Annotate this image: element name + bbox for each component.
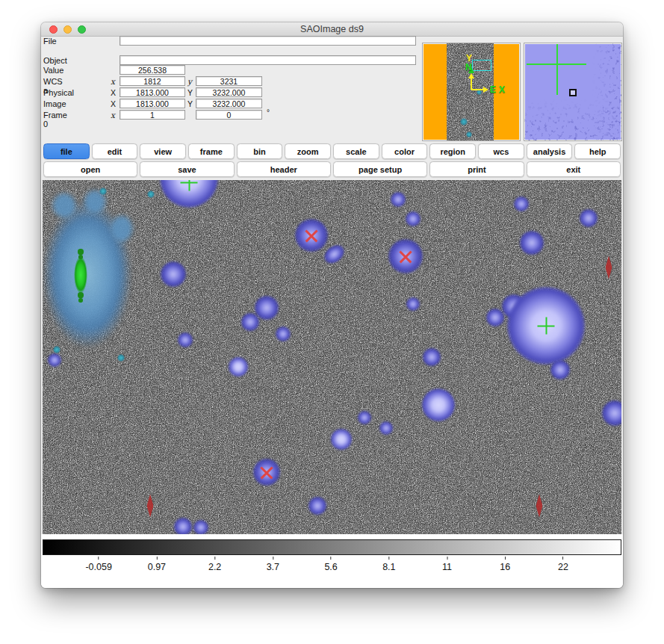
image-canvas[interactable]: [43, 180, 621, 534]
image-y-label: Y: [187, 99, 193, 108]
wcs-y-field[interactable]: [196, 76, 262, 86]
star-core-green: [74, 256, 87, 294]
wcs-x-label: x: [111, 77, 115, 86]
colorbar-area: -0.0590.972.23.75.68.1111622: [41, 534, 623, 588]
star-blob: [602, 400, 621, 426]
titlebar[interactable]: SAOImage ds9: [41, 22, 623, 37]
star-blob: [174, 518, 191, 534]
button-scale[interactable]: scale: [333, 143, 379, 159]
star-blob: [580, 209, 597, 226]
button-save[interactable]: save: [140, 161, 234, 177]
minimize-button[interactable]: [63, 25, 72, 34]
frame-zoom-field[interactable]: [120, 110, 185, 120]
colorbar-gradient[interactable]: [43, 539, 621, 555]
physical-label: Physical: [43, 88, 74, 97]
star-blob: [486, 309, 503, 326]
core-knot: [78, 292, 84, 298]
button-zoom[interactable]: zoom: [285, 143, 331, 159]
compass-x-arrow: [483, 87, 488, 93]
file-field[interactable]: [120, 36, 416, 46]
compass-y-arrow: [468, 73, 474, 78]
star-blob: [48, 353, 61, 367]
frame-label: Frame 0: [43, 111, 67, 129]
star-blob: [161, 261, 186, 287]
frame-rotate-field[interactable]: [196, 110, 262, 120]
teal-speck: [117, 354, 125, 362]
colorbar-scale: -0.0590.972.23.75.68.1111622: [43, 557, 621, 576]
panner-view-rectangle[interactable]: [472, 60, 491, 71]
colorbar-tick: 3.7: [267, 557, 279, 572]
magnifier-crosshair-h: [527, 64, 586, 65]
ds9-window: SAOImage ds9 File Object Value WCS a x y…: [41, 22, 623, 588]
physical-y-field[interactable]: [196, 87, 262, 97]
star-blob: [308, 497, 326, 514]
magnifier[interactable]: [524, 43, 622, 141]
button-file[interactable]: file: [43, 143, 90, 159]
core-knot: [78, 249, 84, 255]
colorbar-tick: 2.2: [208, 557, 221, 572]
traffic-lights: [49, 25, 86, 34]
physical-y-label: Y: [187, 88, 193, 97]
region-marker-cross[interactable]: [305, 229, 319, 243]
teal-speck: [99, 188, 107, 195]
button-exit[interactable]: exit: [527, 161, 621, 177]
button-print[interactable]: print: [429, 161, 524, 177]
halo-bump: [53, 193, 75, 217]
compass-east-label: E: [490, 85, 496, 94]
colorbar-tick: 22: [558, 557, 568, 572]
magnifier-cursor-box: [569, 89, 577, 96]
panner[interactable]: Y N E X: [422, 43, 521, 141]
button-frame[interactable]: frame: [188, 143, 235, 159]
button-region[interactable]: region: [429, 143, 476, 159]
star-blob: [422, 388, 455, 421]
colorbar-tick: 5.6: [324, 557, 337, 572]
core-knot: [78, 298, 83, 303]
star-blob: [379, 421, 393, 435]
button-bin[interactable]: bin: [237, 143, 283, 159]
star-blob: [423, 348, 440, 365]
physical-x-field[interactable]: [120, 87, 185, 97]
star-blob: [358, 411, 371, 424]
button-analysis[interactable]: analysis: [527, 143, 573, 159]
star-blob: [406, 297, 420, 311]
star-blob: [520, 231, 543, 254]
button-help[interactable]: help: [574, 143, 621, 159]
region-marker-plus[interactable]: [538, 318, 555, 335]
button-header[interactable]: header: [237, 161, 331, 177]
button-wcs[interactable]: wcs: [478, 143, 524, 159]
teal-speck: [53, 346, 60, 353]
star-blob: [193, 520, 209, 534]
object-label: Object: [43, 56, 67, 65]
zoom-button[interactable]: [78, 25, 86, 34]
file-label: File: [43, 37, 57, 46]
button-view[interactable]: view: [140, 143, 186, 159]
menu-bar: fileeditviewframebinzoomscalecolorregion…: [43, 143, 621, 159]
wcs-x-field[interactable]: [120, 76, 185, 86]
image-x-field[interactable]: [120, 99, 185, 108]
button-page-setup[interactable]: page setup: [333, 161, 427, 177]
region-marker-cross[interactable]: [260, 465, 274, 480]
object-field[interactable]: [120, 55, 416, 65]
close-button[interactable]: [49, 25, 58, 34]
region-marker-plus[interactable]: [181, 180, 198, 191]
colorbar-tick: -0.059: [85, 557, 111, 572]
button-open[interactable]: open: [43, 161, 137, 177]
star-blob: [241, 313, 258, 330]
value-field[interactable]: [120, 65, 185, 75]
info-row-file: File: [41, 36, 418, 46]
value-label: Value: [43, 66, 63, 75]
image-x-label: X: [111, 99, 116, 108]
compass-image-x-label: X: [499, 85, 505, 94]
physical-x-label: X: [111, 88, 116, 97]
frame-x-label: x: [111, 111, 115, 120]
region-marker-cross[interactable]: [399, 250, 413, 264]
magnified-noise-right: [592, 43, 621, 140]
compass-y-axis: [471, 78, 472, 90]
star-blob: [229, 357, 248, 377]
image-y-field[interactable]: [196, 99, 262, 108]
compass-x-axis: [471, 89, 483, 90]
button-color[interactable]: color: [382, 143, 428, 159]
info-row-object: Object: [41, 55, 418, 65]
teal-speck: [147, 191, 155, 198]
button-edit[interactable]: edit: [92, 143, 138, 159]
